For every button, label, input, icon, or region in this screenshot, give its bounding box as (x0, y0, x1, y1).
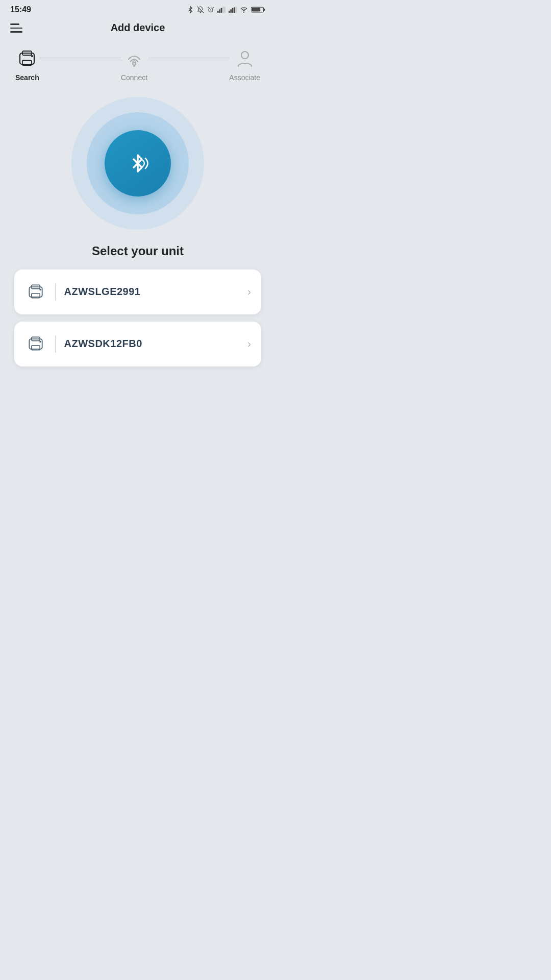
device-1-name: AZWSLGE2991 (64, 286, 248, 298)
signal1-icon (217, 6, 226, 13)
steps-bar: Search Connect Associate (0, 40, 276, 87)
svg-point-23 (241, 52, 248, 59)
page-title: Add device (111, 22, 165, 34)
status-icons (187, 6, 265, 13)
svg-point-31 (39, 340, 41, 342)
svg-rect-9 (229, 11, 230, 13)
header: Add device (0, 17, 276, 40)
bt-ripple-mid (87, 112, 189, 214)
status-time: 15:49 (10, 5, 31, 14)
bluetooth-searching-icon (123, 149, 152, 178)
device-2-icon (24, 333, 47, 355)
svg-rect-11 (232, 8, 234, 13)
svg-rect-17 (252, 8, 260, 12)
bluetooth-container (0, 87, 276, 235)
svg-line-2 (208, 7, 209, 8)
device-list: AZWSLGE2991 › AZWSDK12FB0 › (0, 270, 276, 366)
device-1-icon (24, 281, 47, 303)
step-associate-icon (233, 47, 257, 70)
svg-rect-5 (219, 9, 220, 13)
svg-line-0 (197, 7, 204, 13)
bluetooth-icon (187, 6, 194, 13)
step-search-icon (15, 47, 39, 70)
svg-rect-12 (234, 7, 235, 13)
step-search[interactable]: Search (15, 47, 39, 82)
bt-ripple-outer (71, 97, 204, 230)
bt-core (105, 130, 171, 197)
svg-rect-4 (217, 11, 219, 13)
hamburger-line-3 (10, 31, 22, 33)
svg-rect-13 (235, 7, 237, 13)
step-associate-label: Associate (229, 74, 260, 82)
step-search-label: Search (15, 74, 39, 82)
device-item-1[interactable]: AZWSLGE2991 › (14, 270, 261, 314)
step-connect-label: Connect (121, 74, 147, 82)
hamburger-line-1 (10, 23, 19, 25)
step-divider-2 (147, 58, 229, 59)
device-1-divider (55, 283, 56, 301)
device-2-chevron: › (247, 338, 251, 350)
battery-icon (251, 6, 265, 13)
device-2-name: AZWSDK12FB0 (64, 338, 248, 350)
svg-point-14 (243, 12, 244, 12)
step-connect[interactable]: Connect (121, 47, 147, 82)
status-bar: 15:49 (0, 0, 276, 17)
svg-rect-10 (230, 9, 232, 13)
hamburger-line-2 (10, 28, 22, 29)
step-associate[interactable]: Associate (229, 47, 260, 82)
svg-point-27 (39, 288, 41, 290)
device-1-chevron: › (247, 286, 251, 298)
hamburger-menu[interactable] (10, 23, 22, 33)
svg-rect-6 (221, 8, 222, 13)
select-unit-title: Select your unit (0, 235, 276, 270)
svg-rect-7 (222, 7, 224, 13)
device-2-divider (55, 335, 56, 353)
alarm-icon (207, 6, 214, 13)
step-divider-1 (39, 58, 121, 59)
svg-rect-16 (264, 9, 265, 11)
svg-rect-8 (224, 7, 226, 13)
step-connect-icon (122, 47, 146, 70)
svg-point-21 (31, 55, 33, 57)
wifi-icon (240, 6, 248, 13)
mute-icon (197, 6, 204, 13)
signal2-icon (229, 6, 237, 13)
svg-line-3 (213, 7, 214, 8)
device-item-2[interactable]: AZWSDK12FB0 › (14, 322, 261, 366)
